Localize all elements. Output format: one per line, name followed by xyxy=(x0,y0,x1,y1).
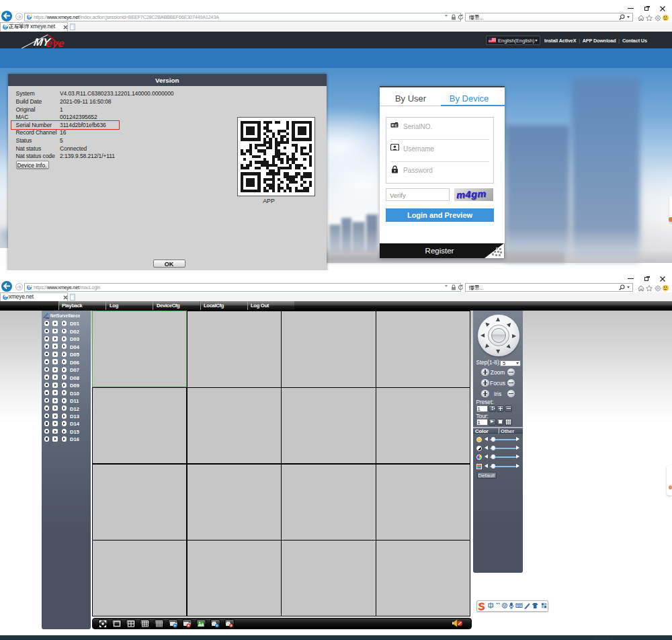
svg-text:eye: eye xyxy=(46,38,66,48)
